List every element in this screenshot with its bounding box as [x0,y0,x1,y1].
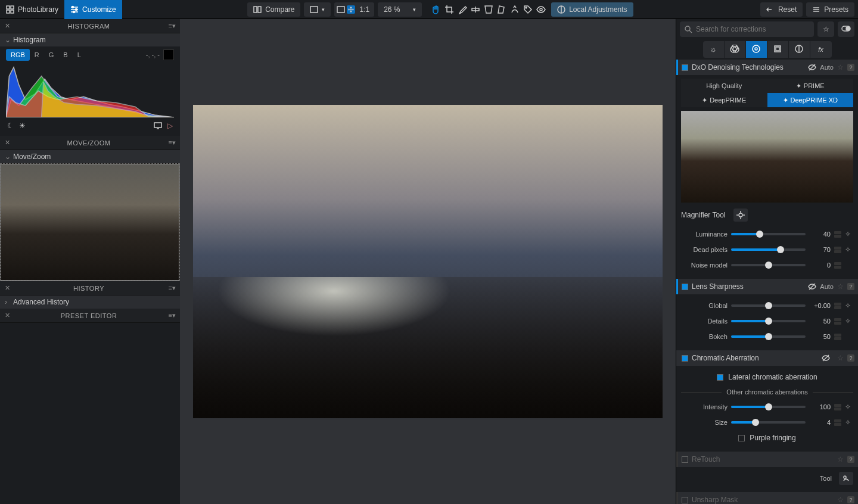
search-corrections[interactable] [680,21,814,37]
tab-geometry[interactable] [767,41,789,58]
magic-wand-icon[interactable]: ✧ [845,317,853,325]
local-adj-icon [557,5,565,14]
eye-off-icon[interactable] [808,282,816,291]
toggle-filter-button[interactable] [838,21,854,37]
magic-wand-icon[interactable]: ✧ [845,403,853,411]
tab-high-quality[interactable]: High Quality [681,79,767,93]
close-icon[interactable]: ✕ [4,284,12,292]
shadow-clip-icon[interactable]: ☾ [6,122,14,130]
star-icon[interactable]: ☆ [837,354,844,362]
customize-tab[interactable]: Customize [64,0,122,19]
lateral-ca-row[interactable]: Lateral chromatic aberration [681,369,853,385]
star-icon[interactable]: ☆ [837,63,844,71]
preview-eye-icon[interactable] [534,5,548,14]
tab-effects[interactable]: fx [810,41,832,58]
magic-wand-icon[interactable]: ✧ [845,301,853,310]
purple-fringing-row[interactable]: Purple fringing [681,430,853,446]
denoise-preview[interactable] [681,111,853,203]
crop-tool-icon[interactable] [443,5,456,14]
perspective-tool-icon[interactable] [482,5,495,14]
denoise-section-header[interactable]: DxO Denoising Technologies Auto ☆ ? [676,60,858,75]
horizon-tool-icon[interactable] [469,5,482,14]
magnifier-target-button[interactable] [733,209,748,222]
move-tool-icon[interactable] [347,5,355,14]
hand-tool-icon[interactable] [430,5,443,14]
help-icon[interactable]: ? [847,456,854,463]
lens-auto[interactable]: Auto [820,283,834,290]
help-icon[interactable]: ? [847,354,854,362]
close-icon[interactable]: ✕ [4,139,12,147]
tab-light[interactable]: ☼ [703,41,725,58]
channel-r[interactable]: R [30,49,44,61]
presets-button[interactable]: Presets [806,2,854,17]
zoom-dropdown[interactable]: 26 %▾ [378,2,422,17]
section-checkbox[interactable] [682,497,688,503]
view-mode-dropdown[interactable]: ▾ [304,2,331,17]
tab-detail[interactable] [746,41,767,58]
section-checkbox[interactable] [682,284,688,290]
close-icon[interactable]: ✕ [4,22,12,30]
panel-menu-icon[interactable]: ≡▾ [166,22,176,30]
retouch-header[interactable]: ReTouch ☆ ? [676,452,858,467]
unsharp-header[interactable]: Unsharp Mask ☆ ? [676,492,858,504]
eye-off-icon[interactable] [822,354,830,362]
magic-wand-icon[interactable]: ✧ [845,418,853,427]
star-icon[interactable]: ☆ [837,496,844,504]
svg-rect-13 [337,7,344,13]
tab-deepprime[interactable]: ✦DeepPRIME [681,93,767,107]
local-adjustments-button[interactable]: Local Adjustments [551,2,633,17]
panel-menu-icon[interactable]: ≡▾ [166,284,176,292]
image-viewer[interactable] [180,19,676,504]
repair-tool-icon[interactable] [508,5,521,14]
purple-checkbox[interactable] [738,435,745,441]
tag-tool-icon[interactable] [521,5,534,14]
movezoom-sub-header[interactable]: ⌄ Move/Zoom [0,150,180,163]
compare-button[interactable]: Compare [247,2,300,17]
favorite-filter-button[interactable]: ☆ [817,21,834,37]
eye-off-icon[interactable] [808,63,816,71]
history-sub-header[interactable]: › Advanced History [0,295,180,309]
photolibrary-tab[interactable]: PhotoLibrary [0,0,64,19]
panel-menu-icon[interactable]: ≡▾ [166,139,176,147]
search-input[interactable] [696,25,809,33]
help-icon[interactable]: ? [847,64,854,71]
corrections-scroll[interactable]: DxO Denoising Technologies Auto ☆ ? High… [676,60,858,504]
section-checkbox[interactable] [682,355,688,362]
denoise-auto[interactable]: Auto [820,64,834,71]
stepper[interactable] [834,231,841,238]
help-icon[interactable]: ? [847,283,854,290]
lateral-checkbox[interactable] [717,374,723,381]
movezoom-preview[interactable] [0,163,180,281]
channel-l[interactable]: L [73,49,86,61]
star-icon[interactable]: ☆ [837,282,844,291]
retouch-tool-button[interactable] [839,472,853,485]
one-to-one-button[interactable]: 1:1 [357,5,372,14]
tab-local[interactable] [789,41,810,58]
reset-button[interactable]: Reset [760,2,803,17]
fit-icon[interactable] [337,5,345,14]
tab-color[interactable] [725,41,746,58]
reshape-tool-icon[interactable] [495,5,508,14]
tab-prime[interactable]: ✦PRIME [767,79,854,93]
panel-menu-icon[interactable]: ≡▾ [166,312,176,319]
stepper[interactable] [834,262,841,269]
histogram-sub-header[interactable]: ⌄ Histogram [0,33,180,46]
highlight-clip-icon[interactable]: ☀ [18,122,26,130]
channel-g[interactable]: G [44,49,59,61]
section-checkbox[interactable] [682,64,688,71]
help-icon[interactable]: ? [847,496,854,503]
magic-wand-icon[interactable]: ✧ [845,245,853,254]
chroma-header[interactable]: Chromatic Aberration ☆ ? [676,350,858,366]
tab-deepprime-xd[interactable]: ✦DeepPRIME XD [767,93,854,107]
section-checkbox[interactable] [682,456,688,463]
close-icon[interactable]: ✕ [4,312,12,319]
magic-wand-icon[interactable]: ✧ [845,230,853,238]
eyedropper-icon[interactable] [456,5,469,14]
play-icon[interactable]: ▷ [166,122,174,130]
monitor-icon[interactable] [154,122,162,130]
channel-b[interactable]: B [58,49,72,61]
stepper[interactable] [834,247,841,253]
channel-rgb[interactable]: RGB [6,49,30,61]
lens-sharpness-header[interactable]: Lens Sharpness Auto ☆ ? [676,279,858,294]
star-icon[interactable]: ☆ [837,455,844,463]
